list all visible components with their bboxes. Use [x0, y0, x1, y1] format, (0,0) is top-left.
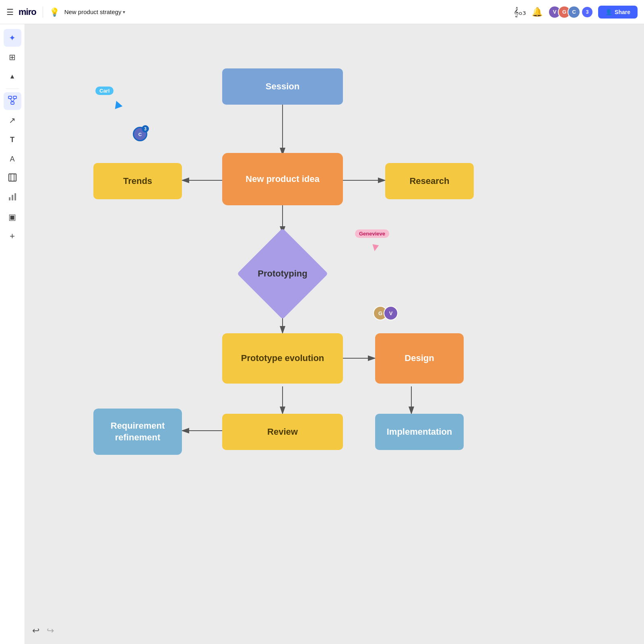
- carl-user-badge: C 3: [133, 127, 147, 141]
- select-icon: ▲: [9, 73, 16, 80]
- canvas[interactable]: Session New product idea Trends Research…: [25, 24, 644, 644]
- avatar-group[interactable]: V G C 3: [548, 6, 592, 19]
- carl-badge-count: 3: [142, 125, 149, 132]
- trends-node[interactable]: Trends: [93, 163, 182, 199]
- font-icon: A: [10, 155, 14, 163]
- avatar-count: 3: [582, 7, 592, 17]
- hamburger-menu[interactable]: ☰: [6, 7, 14, 17]
- sidebar-btn-add[interactable]: +: [4, 227, 21, 245]
- music-icon[interactable]: 𝄞ₒ₃: [514, 7, 526, 17]
- sidebar-btn-font[interactable]: A: [4, 150, 21, 168]
- sidebar-btn-diagram[interactable]: [4, 92, 21, 110]
- ai-icon: ✦: [9, 33, 16, 43]
- sidebar-btn-frame[interactable]: [4, 169, 21, 187]
- prototyping-label: Prototyping: [258, 268, 307, 279]
- text-icon: T: [10, 136, 14, 144]
- sidebar-btn-layout[interactable]: ⊞: [4, 48, 21, 66]
- research-label: Research: [409, 175, 449, 187]
- miro-logo: miro: [19, 7, 36, 17]
- board-icon: 💡: [50, 7, 60, 17]
- carl-cursor-arrow: [113, 99, 123, 109]
- svg-rect-9: [12, 195, 13, 200]
- embed-icon: ▣: [8, 212, 16, 222]
- topbar-right: 𝄞ₒ₃ 🔔 V G C 3 👤 Share: [514, 6, 638, 19]
- canvas-inner: Session New product idea Trends Research…: [25, 24, 644, 644]
- sidebar-sep-1: [6, 89, 19, 89]
- requirement-refinement-node[interactable]: Requirement refinement: [93, 409, 182, 455]
- prototype-evolution-node[interactable]: Prototype evolution: [222, 333, 343, 384]
- share-label: Share: [615, 9, 630, 15]
- review-node[interactable]: Review: [222, 414, 343, 450]
- topbar-divider: [43, 6, 43, 18]
- sidebar-btn-chart[interactable]: [4, 189, 21, 206]
- implementation-label: Implementation: [387, 426, 452, 438]
- sidebar-btn-select[interactable]: ▲: [4, 68, 21, 85]
- frame-icon: [8, 173, 17, 184]
- sidebar-btn-embed[interactable]: ▣: [4, 208, 21, 226]
- chart-icon: [8, 192, 17, 203]
- svg-rect-1: [13, 96, 17, 99]
- share-icon: 👤: [605, 9, 612, 15]
- svg-rect-0: [8, 96, 12, 99]
- genevieve-cursor-arrow: [372, 244, 379, 252]
- review-label: Review: [267, 426, 298, 438]
- avatar-group-2: V: [384, 306, 398, 320]
- session-label: Session: [266, 81, 299, 93]
- svg-rect-5: [9, 174, 16, 181]
- add-icon: +: [10, 231, 15, 242]
- prototyping-node[interactable]: Prototyping: [238, 229, 327, 318]
- carl-cursor-label: Carl: [95, 87, 114, 95]
- sidebar-btn-ai[interactable]: ✦: [4, 29, 21, 47]
- board-title-wrapper[interactable]: New product strategy ▾: [64, 8, 126, 15]
- title-chevron-icon: ▾: [123, 9, 125, 15]
- session-node[interactable]: Session: [222, 68, 343, 105]
- redo-button[interactable]: ↪: [47, 625, 54, 636]
- avatar-3: C: [568, 6, 580, 19]
- diagram-icon: [8, 96, 17, 107]
- implementation-node[interactable]: Implementation: [375, 414, 464, 450]
- sidebar-btn-text[interactable]: T: [4, 131, 21, 149]
- svg-rect-2: [11, 102, 14, 104]
- arrow-icon: ↗: [9, 116, 16, 125]
- svg-line-4: [12, 99, 15, 102]
- genevieve-cursor-label: Genevieve: [355, 229, 389, 238]
- share-button[interactable]: 👤 Share: [598, 6, 638, 19]
- svg-rect-8: [9, 197, 10, 200]
- sidebar-btn-arrow[interactable]: ↗: [4, 111, 21, 129]
- svg-text:C: C: [138, 132, 142, 137]
- collab-icon[interactable]: 🔔: [532, 7, 543, 17]
- double-avatar-group: G V: [373, 306, 398, 320]
- undo-button[interactable]: ↩: [32, 625, 39, 636]
- svg-line-3: [10, 99, 12, 102]
- new-product-idea-node[interactable]: New product idea: [222, 153, 343, 205]
- research-node[interactable]: Research: [385, 163, 474, 199]
- design-label: Design: [405, 353, 434, 364]
- trends-label: Trends: [123, 175, 152, 187]
- requirement-refinement-label: Requirement refinement: [93, 420, 182, 443]
- new-product-idea-label: New product idea: [246, 173, 319, 185]
- svg-rect-10: [14, 193, 16, 200]
- sidebar: ✦ ⊞ ▲ ↗ T A ▣ +: [0, 24, 25, 644]
- design-node[interactable]: Design: [375, 333, 464, 384]
- topbar: ☰ miro 💡 New product strategy ▾ 𝄞ₒ₃ 🔔 V …: [0, 0, 644, 24]
- board-title: New product strategy: [64, 8, 122, 15]
- prototype-evolution-label: Prototype evolution: [241, 353, 324, 364]
- layout-icon: ⊞: [9, 52, 16, 62]
